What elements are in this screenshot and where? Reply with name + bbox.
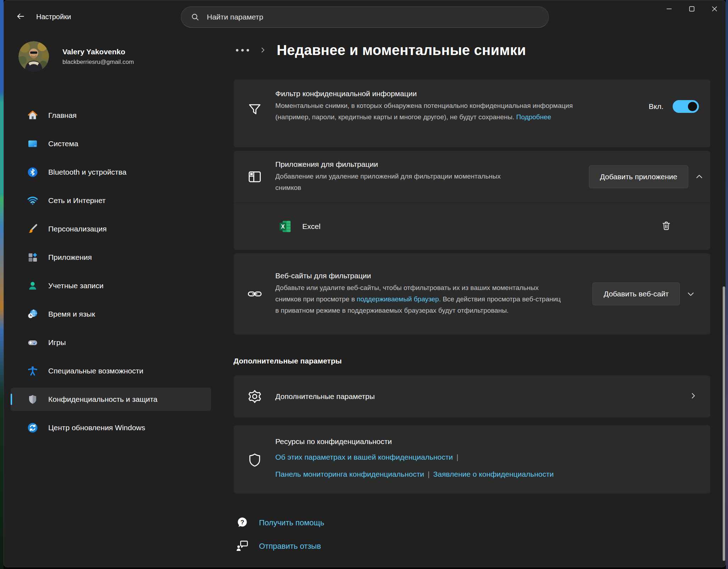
shield-icon (27, 394, 38, 405)
sidebar-item-label: Игры (48, 338, 66, 347)
profile-name: Valery Yakovenko (62, 48, 134, 56)
sidebar-item-label: Приложения (48, 253, 92, 262)
search-input[interactable] (206, 12, 548, 22)
sidebar-item-label: Bluetooth и устройства (48, 168, 126, 176)
sidebar-item-personalization[interactable]: Персонализация (11, 217, 211, 241)
sidebar-item-time-language[interactable]: Время и язык (11, 302, 211, 326)
profile-email: blackberriesru@gmail.com (62, 59, 134, 66)
sidebar-item-network[interactable]: Сеть и Интернет (11, 189, 211, 212)
svg-text:?: ? (241, 519, 244, 526)
minimize-icon (665, 5, 673, 15)
breadcrumb-more-button[interactable] (233, 43, 251, 57)
get-help-link[interactable]: Получить помощь (259, 518, 324, 527)
footer-links: ? Получить помощь Отправить отзыв (233, 513, 711, 556)
sidebar-item-privacy[interactable]: Конфиденциальность и защита (11, 388, 211, 411)
toggle-knob (688, 102, 697, 111)
window-controls (658, 0, 726, 19)
desktop-edge-right (726, 0, 728, 569)
apps-filter-group: Приложения для фильтрации Добавление или… (233, 151, 711, 250)
sidebar-item-bluetooth[interactable]: Bluetooth и устройства (11, 160, 211, 184)
close-button[interactable] (703, 0, 726, 19)
globe-clock-icon (27, 308, 38, 320)
sidebar-item-label: Специальные возможности (48, 367, 143, 375)
websites-filter-description: Добавьте или удалите веб-сайты, чтобы от… (275, 282, 566, 316)
privacy-resources-card: Ресурсы по конфиденциальности Об этих па… (233, 425, 711, 494)
excel-icon: X (278, 219, 292, 234)
home-icon (27, 110, 38, 121)
sidebar-item-gaming[interactable]: Игры (11, 331, 211, 354)
maximize-button[interactable] (680, 0, 703, 19)
filter-card-text: Фильтр конфиденциальной информации Момен… (275, 89, 599, 123)
chevron-up-icon[interactable] (688, 172, 710, 181)
trash-icon (661, 220, 672, 232)
close-icon (710, 5, 719, 15)
profile-text: Valery Yakovenko blackberriesru@gmail.co… (62, 48, 134, 66)
accessibility-icon (27, 365, 38, 377)
shield-outline-icon (234, 452, 275, 468)
sidebar-item-label: Конфиденциальность и защита (48, 395, 158, 404)
sidebar-item-accessibility[interactable]: Специальные возможности (11, 359, 211, 383)
page-title: Недавнее и моментальные снимки (277, 42, 526, 58)
filter-toggle-group: Вкл. (649, 100, 710, 113)
sidebar-item-accounts[interactable]: Учетные записи (11, 274, 211, 297)
sidebar: Valery Yakovenko blackberriesru@gmail.co… (4, 34, 232, 567)
desktop-edge-left (0, 0, 4, 569)
main-content: Недавнее и моментальные снимки Фильтр ко… (233, 34, 711, 567)
add-website-button[interactable]: Добавить веб-сайт (592, 283, 680, 305)
section-title-advanced: Дополнительные параметры (233, 357, 711, 365)
sidebar-item-label: Учетные записи (48, 281, 104, 290)
feedback-icon (236, 539, 250, 553)
scrollbar[interactable] (723, 286, 725, 561)
about-settings-link[interactable]: Об этих параметрах и вашей конфиденциаль… (275, 453, 453, 461)
apps-filter-title: Приложения для фильтрации (275, 160, 506, 169)
profile[interactable]: Valery Yakovenko blackberriesru@gmail.co… (18, 41, 134, 72)
chevron-right-icon (689, 392, 697, 401)
learn-more-link[interactable]: Подробнее (516, 113, 551, 121)
send-feedback-link[interactable]: Отправить отзыв (259, 542, 321, 551)
sidebar-item-system[interactable]: Система (11, 132, 211, 155)
sidebar-item-home[interactable]: Главная (11, 104, 211, 127)
sidebar-item-label: Главная (48, 111, 77, 120)
privacy-dashboard-link[interactable]: Панель мониторинга конфиденциальности (275, 470, 424, 478)
websites-filter-card: Веб-сайты для фильтрации Добавьте или уд… (233, 253, 711, 335)
minimize-button[interactable] (658, 0, 680, 19)
advanced-settings-card[interactable]: Дополнительные параметры (233, 375, 711, 418)
get-help-row: ? Получить помощь (233, 513, 711, 533)
add-app-button[interactable]: Добавить приложение (589, 165, 688, 188)
gamepad-icon (27, 337, 38, 348)
delete-app-button[interactable] (658, 218, 675, 235)
filter-toggle[interactable] (673, 100, 699, 113)
person-icon (27, 280, 38, 291)
system-icon (27, 138, 38, 149)
screen: Настройки (0, 0, 728, 569)
toggle-state-label: Вкл. (649, 102, 663, 111)
update-icon (27, 422, 38, 433)
sidebar-item-apps[interactable]: Приложения (11, 246, 211, 269)
websites-filter-text: Веб-сайты для фильтрации Добавьте или уд… (275, 272, 566, 316)
link-separator: | (457, 453, 458, 461)
supported-browser-link[interactable]: поддерживаемый браузер. (357, 295, 441, 303)
sidebar-item-windows-update[interactable]: Центр обновления Windows (11, 416, 211, 439)
sidebar-item-label: Центр обновления Windows (48, 423, 145, 432)
link-separator: | (428, 470, 430, 478)
sidebar-item-label: Сеть и Интернет (48, 196, 106, 205)
filtered-app-name: Excel (302, 222, 320, 231)
chevron-right-icon (259, 46, 267, 54)
chevron-down-icon[interactable] (680, 289, 702, 299)
privacy-statement-link[interactable]: Заявление о конфиденциальности (433, 470, 554, 478)
send-feedback-row: Отправить отзыв (233, 536, 711, 556)
bluetooth-icon (27, 166, 38, 178)
sensitive-filter-card: Фильтр конфиденциальной информации Момен… (233, 79, 711, 148)
sidebar-nav: Главная Система Bluetooth и устройства (11, 104, 211, 444)
advanced-chevron (689, 392, 710, 401)
filter-card-description: Моментальные снимки, в которых обнаружен… (275, 100, 599, 123)
search-box[interactable] (181, 6, 549, 28)
apps-filter-header: Приложения для фильтрации Добавление или… (233, 151, 711, 203)
websites-filter-title: Веб-сайты для фильтрации (275, 272, 566, 280)
back-button[interactable] (12, 9, 29, 25)
help-bubble-icon: ? (236, 516, 250, 530)
websites-filter-actions: Добавить веб-сайт (592, 283, 710, 305)
privacy-resources-title: Ресурсы по конфиденциальности (275, 437, 554, 446)
apps-filter-actions: Добавить приложение (589, 165, 710, 188)
titlebar: Настройки (4, 0, 726, 34)
